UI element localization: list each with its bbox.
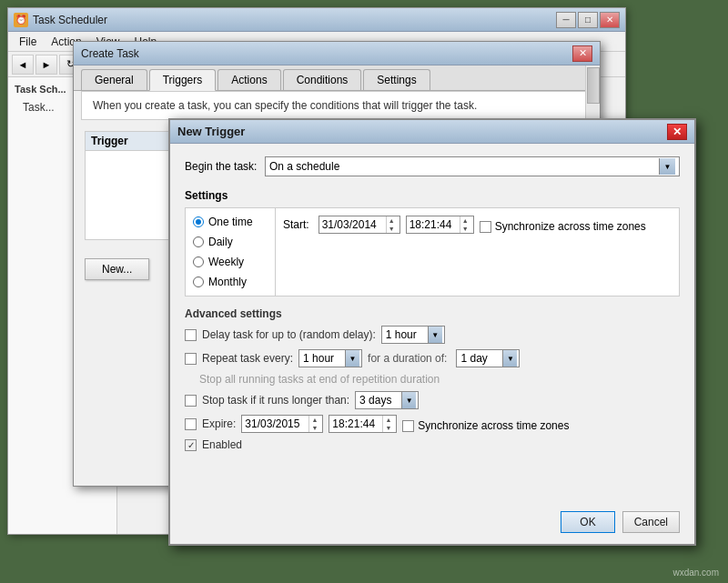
tab-triggers[interactable]: Triggers bbox=[149, 69, 217, 91]
delay-select[interactable]: 1 hour ▼ bbox=[381, 326, 445, 344]
date-time-area: Start: 31/03/2014 ▲ ▼ 18:21:44 bbox=[276, 207, 680, 297]
create-task-titlebar: Create Task ✕ bbox=[74, 42, 600, 65]
radio-one-time-label: One time bbox=[208, 216, 253, 228]
radio-monthly-label: Monthly bbox=[208, 276, 247, 288]
stop-if-value: 3 days bbox=[358, 394, 401, 407]
watermark: wxdan.com bbox=[672, 568, 719, 578]
tab-actions[interactable]: Actions bbox=[217, 69, 280, 90]
repeat-value: 1 hour bbox=[301, 352, 345, 365]
sync-checkbox[interactable] bbox=[480, 221, 491, 233]
delay-row: Delay task for up to (random delay): 1 h… bbox=[185, 326, 680, 344]
time-up-icon: ▲ bbox=[460, 216, 470, 225]
repeat-checkbox[interactable] bbox=[185, 353, 197, 365]
begin-task-value: On a schedule bbox=[269, 160, 659, 173]
settings-label: Settings bbox=[185, 189, 680, 202]
expire-time-down-icon: ▼ bbox=[383, 424, 393, 432]
window-controls: ─ □ ✕ bbox=[556, 12, 620, 28]
expire-date-field[interactable]: 31/03/2015 ▲ ▼ bbox=[241, 415, 323, 433]
begin-task-label: Begin the task: bbox=[185, 160, 258, 173]
sync-checkbox-row: Synchronize across time zones bbox=[480, 220, 646, 233]
expire-time-field[interactable]: 18:21:44 ▲ ▼ bbox=[329, 415, 397, 433]
new-trigger-close-button[interactable]: ✕ bbox=[667, 124, 687, 140]
expire-time-up-icon: ▲ bbox=[383, 416, 393, 424]
stop-if-label: Stop task if it runs longer than: bbox=[202, 394, 349, 407]
maximize-button[interactable]: □ bbox=[578, 12, 598, 28]
radio-weekly-input[interactable] bbox=[193, 256, 204, 267]
tab-settings[interactable]: Settings bbox=[363, 69, 430, 90]
delay-checkbox[interactable] bbox=[185, 329, 197, 341]
new-trigger-dialog: New Trigger ✕ Begin the task: On a sched… bbox=[168, 118, 696, 546]
expire-date-down-icon: ▼ bbox=[311, 424, 318, 432]
radio-monthly[interactable]: Monthly bbox=[193, 276, 268, 288]
radio-weekly[interactable]: Weekly bbox=[193, 256, 268, 268]
repeat-label: Repeat task every: bbox=[202, 352, 293, 365]
for-duration-label: for a duration of: bbox=[368, 352, 447, 365]
expire-date-value: 31/03/2015 bbox=[245, 417, 308, 430]
scrollbar-thumb[interactable] bbox=[587, 67, 600, 104]
start-label: Start: bbox=[283, 218, 309, 231]
expire-sync-checkbox[interactable] bbox=[402, 420, 414, 432]
radio-one-time[interactable]: One time bbox=[193, 216, 268, 228]
date-down-icon: ▼ bbox=[389, 225, 395, 233]
expire-time-spinner[interactable]: ▲ ▼ bbox=[382, 416, 393, 432]
new-trigger-button[interactable]: New... bbox=[85, 258, 149, 280]
expire-sync-row: Synchronize across time zones bbox=[402, 419, 569, 432]
start-date-field[interactable]: 31/03/2014 ▲ ▼ bbox=[318, 216, 400, 234]
repeat-select[interactable]: 1 hour ▼ bbox=[298, 349, 362, 367]
radio-daily-input[interactable] bbox=[193, 236, 204, 247]
trigger-body: Begin the task: On a schedule ▼ Settings… bbox=[170, 144, 694, 469]
advanced-section: Advanced settings Delay task for up to (… bbox=[185, 307, 680, 451]
duration-value: 1 day bbox=[459, 352, 502, 365]
start-time-field[interactable]: 18:21:44 ▲ ▼ bbox=[406, 216, 474, 234]
create-task-title: Create Task bbox=[81, 47, 572, 60]
tab-general[interactable]: General bbox=[81, 69, 147, 90]
task-scheduler-titlebar: ⏰ Task Scheduler ─ □ ✕ bbox=[8, 8, 625, 32]
expire-checkbox[interactable] bbox=[185, 418, 197, 430]
tab-conditions[interactable]: Conditions bbox=[283, 69, 362, 90]
repeat-arrow-icon: ▼ bbox=[345, 350, 359, 367]
task-scheduler-title: Task Scheduler bbox=[33, 14, 556, 26]
stop-all-label: Stop all running tasks at end of repetit… bbox=[199, 373, 680, 386]
stop-if-row: Stop task if it runs longer than: 3 days… bbox=[185, 391, 680, 409]
radio-daily-label: Daily bbox=[208, 236, 233, 248]
enabled-row: Enabled bbox=[185, 438, 680, 451]
date-spinner[interactable]: ▲ ▼ bbox=[386, 216, 397, 233]
time-spinner[interactable]: ▲ ▼ bbox=[460, 216, 470, 233]
radio-monthly-input[interactable] bbox=[193, 276, 204, 287]
back-button[interactable]: ◄ bbox=[12, 55, 34, 75]
enabled-checkbox[interactable] bbox=[185, 439, 197, 451]
date-up-icon: ▲ bbox=[389, 216, 395, 225]
begin-task-select[interactable]: On a schedule ▼ bbox=[265, 156, 680, 176]
stop-if-select[interactable]: 3 days ▼ bbox=[355, 391, 419, 409]
cancel-button[interactable]: Cancel bbox=[622, 511, 680, 533]
create-task-close-button[interactable]: ✕ bbox=[572, 45, 592, 62]
date-time-row: Start: 31/03/2014 ▲ ▼ 18:21:44 bbox=[283, 216, 672, 234]
expire-date-spinner[interactable]: ▲ ▼ bbox=[308, 416, 319, 432]
create-task-tabs: General Triggers Actions Conditions Sett… bbox=[74, 65, 600, 91]
delay-arrow-icon: ▼ bbox=[428, 327, 442, 343]
minimize-button[interactable]: ─ bbox=[556, 12, 576, 28]
time-down-icon: ▼ bbox=[460, 225, 470, 233]
sync-label: Synchronize across time zones bbox=[495, 220, 646, 233]
duration-select[interactable]: 1 day ▼ bbox=[456, 349, 520, 367]
begin-task-arrow-icon: ▼ bbox=[659, 158, 675, 175]
duration-arrow-icon: ▼ bbox=[502, 350, 517, 367]
start-time-value: 18:21:44 bbox=[410, 218, 460, 231]
forward-button[interactable]: ► bbox=[35, 55, 57, 75]
expire-sync-label: Synchronize across time zones bbox=[418, 419, 569, 432]
expire-time-value: 18:21:44 bbox=[332, 417, 382, 430]
task-scheduler-icon: ⏰ bbox=[14, 13, 28, 27]
stop-if-checkbox[interactable] bbox=[185, 395, 197, 407]
settings-section: Settings One time Daily Weekly bbox=[185, 189, 680, 297]
ok-button[interactable]: OK bbox=[561, 511, 614, 533]
radio-weekly-label: Weekly bbox=[208, 256, 244, 268]
expire-date-up-icon: ▲ bbox=[311, 416, 318, 424]
expire-label: Expire: bbox=[202, 417, 236, 430]
start-date-value: 31/03/2014 bbox=[322, 218, 386, 231]
menu-file[interactable]: File bbox=[12, 34, 44, 50]
stop-if-arrow-icon: ▼ bbox=[401, 392, 416, 408]
repeat-row: Repeat task every: 1 hour ▼ for a durati… bbox=[185, 349, 680, 367]
radio-daily[interactable]: Daily bbox=[193, 236, 268, 248]
radio-one-time-input[interactable] bbox=[193, 216, 204, 227]
close-button[interactable]: ✕ bbox=[600, 12, 620, 28]
